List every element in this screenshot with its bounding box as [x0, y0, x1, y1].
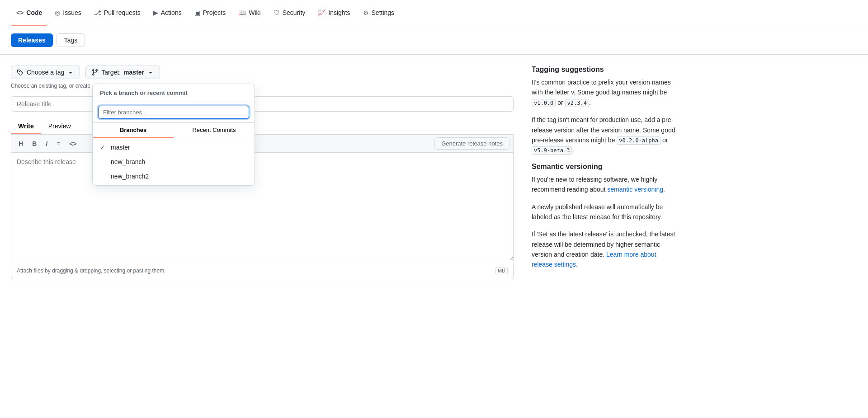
target-label: Target: — [101, 69, 121, 76]
branch-dropdown: Pick a branch or recent commit Branches … — [92, 84, 255, 186]
bold-button[interactable]: B — [28, 138, 40, 149]
code-icon: <> — [16, 9, 24, 16]
branch-name-new-branch2: new_branch2 — [111, 173, 149, 180]
issues-icon: ◎ — [55, 9, 60, 16]
code-v1: v1.0.0 — [532, 99, 556, 107]
nav-security-label: Security — [283, 9, 306, 16]
chevron-down-icon-target — [147, 69, 154, 76]
nav-wiki-label: Wiki — [249, 9, 260, 16]
tags-button[interactable]: Tags — [57, 33, 85, 47]
semantic-versioning-link[interactable]: semantic versioning. — [607, 186, 665, 193]
semantic-versioning-title: Semantic versioning — [532, 163, 676, 171]
nav-settings-label: Settings — [372, 9, 395, 16]
filter-branches-input[interactable] — [98, 106, 249, 119]
nav-settings[interactable]: ⚙ Settings — [358, 0, 400, 26]
security-icon: 🛡 — [274, 9, 280, 16]
branch-icon — [91, 69, 99, 76]
attach-text: Attach files by dragging & dropping, sel… — [17, 268, 166, 274]
main-layout: Choose a tag Target: master Pick a branc… — [0, 55, 687, 290]
heading-button[interactable]: H — [15, 138, 27, 149]
nav-insights-label: Insights — [328, 9, 350, 16]
actions-icon: ▶ — [153, 9, 158, 16]
insights-icon: 📈 — [318, 9, 326, 16]
projects-icon: ▣ — [194, 9, 200, 16]
generate-release-notes-button[interactable]: Generate release notes — [434, 137, 509, 150]
code-button[interactable]: <> — [66, 138, 80, 149]
nav-code[interactable]: <> Code — [11, 0, 47, 26]
filter-input-wrap — [93, 102, 255, 123]
attach-area: Attach files by dragging & dropping, sel… — [11, 263, 514, 279]
pr-icon: ⎇ — [94, 9, 101, 16]
dropdown-tabs: Branches Recent Commits — [93, 123, 255, 138]
branch-name-new-branch: new_branch — [111, 158, 145, 165]
nav-issues-label: Issues — [63, 9, 81, 16]
write-tab[interactable]: Write — [11, 119, 41, 134]
editor-textarea[interactable] — [11, 153, 514, 261]
branch-item-new-branch[interactable]: ✓ new_branch — [93, 155, 255, 169]
md-icon: MD — [495, 267, 508, 274]
branch-item-new-branch2[interactable]: ✓ new_branch2 — [93, 169, 255, 183]
nav-projects[interactable]: ▣ Projects — [189, 0, 231, 26]
dropdown-list: ✓ master ✓ new_branch ✓ new_branch2 — [93, 138, 255, 185]
branch-item-master[interactable]: ✓ master — [93, 140, 255, 155]
sub-header: Releases Tags — [0, 26, 868, 55]
nav-actions-label: Actions — [161, 9, 182, 16]
italic-button[interactable]: I — [42, 138, 51, 149]
chevron-down-icon — [67, 69, 74, 76]
check-icon-master: ✓ — [100, 144, 107, 151]
toolbar-left: H B I ≡ <> — [15, 138, 80, 149]
editor-tabs: Write Preview — [11, 119, 514, 135]
choose-tag-label: Choose a tag — [27, 69, 64, 76]
list-button[interactable]: ≡ — [53, 138, 64, 149]
branch-name-master: master — [111, 144, 130, 151]
wiki-icon: 📖 — [238, 9, 246, 16]
preview-tab[interactable]: Preview — [41, 119, 78, 134]
controls-row: Choose a tag Target: master Pick a branc… — [11, 66, 514, 79]
target-value: master — [123, 69, 144, 76]
nav-security[interactable]: 🛡 Security — [268, 0, 311, 26]
releases-button[interactable]: Releases — [11, 33, 53, 47]
latest-release-text: A newly published release will automatic… — [532, 202, 676, 222]
top-nav: <> Code ◎ Issues ⎇ Pull requests ▶ Actio… — [0, 0, 868, 26]
nav-pull-requests[interactable]: ⎇ Pull requests — [89, 0, 146, 26]
settings-icon: ⚙ — [363, 9, 369, 16]
target-branch-button[interactable]: Target: master — [85, 66, 160, 79]
code-v4: v5.9-beta.3 — [532, 146, 572, 155]
unchecked-text: If 'Set as the latest release' is unchec… — [532, 229, 676, 270]
semantic-versioning-text: If you're new to releasing software, we … — [532, 174, 676, 195]
code-v3: v0.2.0-alpha — [617, 136, 660, 145]
branches-tab[interactable]: Branches — [93, 123, 174, 138]
choose-tag-button[interactable]: Choose a tag — [11, 66, 80, 79]
code-v2: v2.3.4 — [565, 99, 589, 107]
tagging-prerelease-text: If the tag isn't meant for production us… — [532, 115, 676, 155]
nav-pull-requests-label: Pull requests — [104, 9, 141, 16]
tagging-suggestions-text: It's common practice to prefix your vers… — [532, 77, 676, 108]
release-title-input[interactable] — [11, 96, 514, 112]
nav-wiki[interactable]: 📖 Wiki — [233, 0, 266, 26]
tagging-suggestions-title: Tagging suggestions — [532, 66, 676, 74]
tag-icon — [17, 69, 24, 76]
nav-code-label: Code — [26, 9, 42, 16]
right-panel: Tagging suggestions It's common practice… — [514, 66, 676, 279]
helper-text: Choose an existing tag, or create — [11, 83, 514, 89]
dropdown-header: Pick a branch or recent commit — [93, 84, 255, 102]
nav-projects-label: Projects — [203, 9, 226, 16]
nav-insights[interactable]: 📈 Insights — [312, 0, 355, 26]
nav-issues[interactable]: ◎ Issues — [49, 0, 86, 26]
left-panel: Choose a tag Target: master Pick a branc… — [11, 66, 514, 279]
editor-toolbar: H B I ≡ <> Generate release notes — [11, 135, 514, 153]
nav-actions[interactable]: ▶ Actions — [148, 0, 187, 26]
recent-commits-tab[interactable]: Recent Commits — [174, 123, 255, 138]
